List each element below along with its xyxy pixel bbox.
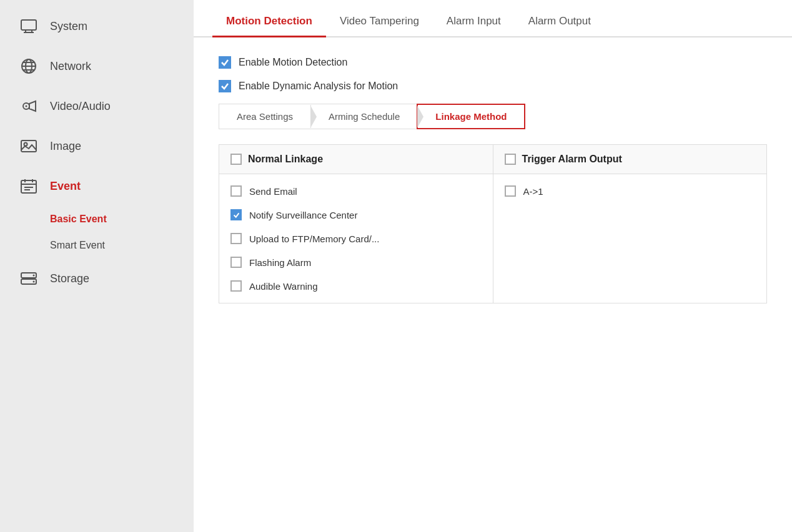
row-send-email: Send Email xyxy=(230,180,482,202)
table-body: Send Email Notify Surveillance Center Up… xyxy=(219,174,766,303)
video-audio-icon xyxy=(19,97,39,115)
send-email-label: Send Email xyxy=(249,186,297,197)
enable-dynamic-row: Enable Dynamic Analysis for Motion xyxy=(219,80,767,92)
normal-linkage-col: Send Email Notify Surveillance Center Up… xyxy=(219,174,493,303)
col-header-normal-linkage: Normal Linkage xyxy=(219,145,493,174)
content-area: Enable Motion Detection Enable Dynamic A… xyxy=(194,37,792,532)
sidebar-item-event-label: Event xyxy=(50,180,81,193)
a1-label: A->1 xyxy=(523,186,543,197)
linkage-table: Normal Linkage Trigger Alarm Output Send… xyxy=(219,144,767,303)
sidebar-item-system[interactable]: System xyxy=(0,6,194,46)
sidebar-item-video-audio[interactable]: Video/Audio xyxy=(0,86,194,126)
network-icon xyxy=(19,57,39,75)
normal-linkage-header-checkbox[interactable] xyxy=(230,154,242,165)
tab-motion-detection[interactable]: Motion Detection xyxy=(212,4,326,36)
event-icon xyxy=(19,177,39,195)
normal-linkage-header-label: Normal Linkage xyxy=(248,154,323,165)
sidebar-item-event[interactable]: Event xyxy=(0,166,194,206)
trigger-alarm-col: A->1 xyxy=(493,174,767,303)
notify-surveillance-checkbox[interactable] xyxy=(230,209,242,220)
notify-surveillance-label: Notify Surveillance Center xyxy=(249,210,357,220)
svg-point-12 xyxy=(24,143,27,146)
enable-motion-row: Enable Motion Detection xyxy=(219,56,767,69)
tab-alarm-output[interactable]: Alarm Output xyxy=(515,4,605,36)
sub-tabs: Area Settings Arming Schedule Linkage Me… xyxy=(219,104,525,129)
row-a1: A->1 xyxy=(505,180,756,202)
col-header-trigger-alarm: Trigger Alarm Output xyxy=(493,145,767,174)
svg-point-10 xyxy=(26,106,27,107)
svg-rect-11 xyxy=(21,140,36,152)
enable-dynamic-label: Enable Dynamic Analysis for Motion xyxy=(239,81,398,92)
row-notify-surveillance: Notify Surveillance Center xyxy=(230,204,482,225)
svg-point-22 xyxy=(33,281,35,283)
svg-rect-0 xyxy=(21,20,36,30)
sub-tab-area-settings[interactable]: Area Settings xyxy=(219,105,310,128)
enable-motion-label: Enable Motion Detection xyxy=(239,57,347,68)
sidebar-sub-basic-event[interactable]: Basic Event xyxy=(0,206,194,232)
storage-icon xyxy=(19,270,39,287)
audible-warning-label: Audible Warning xyxy=(249,281,318,292)
row-upload-ftp: Upload to FTP/Memory Card/... xyxy=(230,228,482,249)
upload-ftp-label: Upload to FTP/Memory Card/... xyxy=(249,234,379,244)
sidebar-item-network[interactable]: Network xyxy=(0,46,194,86)
svg-point-21 xyxy=(33,275,35,277)
main-tabs: Motion Detection Video Tampering Alarm I… xyxy=(194,0,792,37)
sidebar-item-network-label: Network xyxy=(50,60,91,73)
main-content: Motion Detection Video Tampering Alarm I… xyxy=(194,0,792,532)
send-email-checkbox[interactable] xyxy=(230,185,242,197)
sub-tab-linkage-method[interactable]: Linkage Method xyxy=(417,104,525,129)
audible-warning-checkbox[interactable] xyxy=(230,280,242,292)
trigger-alarm-header-checkbox[interactable] xyxy=(505,154,516,165)
sidebar-item-image[interactable]: Image xyxy=(0,126,194,166)
flashing-alarm-checkbox[interactable] xyxy=(230,257,242,268)
sidebar-sub-smart-event[interactable]: Smart Event xyxy=(0,232,194,259)
row-audible-warning: Audible Warning xyxy=(230,275,482,297)
a1-checkbox[interactable] xyxy=(505,185,516,197)
flashing-alarm-label: Flashing Alarm xyxy=(249,257,311,268)
sidebar: System Network Video/Audio xyxy=(0,0,194,532)
enable-dynamic-checkbox[interactable] xyxy=(219,80,231,92)
sidebar-item-storage[interactable]: Storage xyxy=(0,259,194,298)
sidebar-item-video-audio-label: Video/Audio xyxy=(50,100,111,113)
tab-alarm-input[interactable]: Alarm Input xyxy=(433,4,515,36)
row-flashing-alarm: Flashing Alarm xyxy=(230,252,482,273)
system-icon xyxy=(19,17,39,35)
enable-motion-checkbox[interactable] xyxy=(219,56,231,69)
sidebar-item-image-label: Image xyxy=(50,140,81,153)
upload-ftp-checkbox[interactable] xyxy=(230,233,242,244)
sidebar-item-system-label: System xyxy=(50,20,87,33)
table-header: Normal Linkage Trigger Alarm Output xyxy=(219,145,766,174)
trigger-alarm-header-label: Trigger Alarm Output xyxy=(522,154,622,165)
tab-video-tampering[interactable]: Video Tampering xyxy=(326,4,433,36)
sub-tab-arming-schedule[interactable]: Arming Schedule xyxy=(310,105,417,128)
image-icon xyxy=(19,137,39,155)
sidebar-item-storage-label: Storage xyxy=(50,272,89,285)
